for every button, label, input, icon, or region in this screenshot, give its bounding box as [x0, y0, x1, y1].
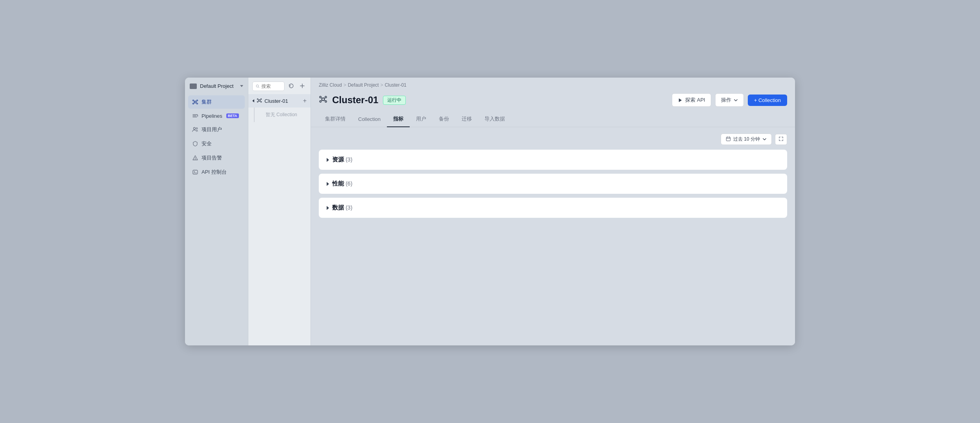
alert-icon: [192, 155, 198, 161]
svg-line-7: [194, 103, 194, 103]
svg-point-22: [257, 101, 258, 102]
metrics-data-count: (3): [346, 204, 352, 211]
tab-migration-label: 迁移: [462, 116, 472, 122]
page-header: Cluster-01 运行中 探索 API 操作 + Collection: [311, 91, 795, 111]
tab-backup[interactable]: 备份: [433, 111, 455, 127]
svg-point-2: [197, 100, 198, 101]
svg-point-11: [196, 128, 198, 129]
page-title: Cluster-01: [332, 95, 378, 106]
metrics-performance-title: 性能 (6): [332, 180, 352, 187]
tab-metrics-label: 指标: [393, 116, 403, 122]
cluster-header-icon: [319, 95, 327, 106]
sidebar-item-clusters[interactable]: 集群: [188, 95, 245, 109]
sidebar-item-project-alerts[interactable]: 项目告警: [188, 151, 245, 165]
ops-label: 操作: [721, 96, 731, 104]
time-selector[interactable]: 过去 10 分钟: [721, 134, 772, 145]
explore-api-button[interactable]: 探索 API: [672, 93, 711, 107]
tab-migration[interactable]: 迁移: [455, 111, 478, 127]
breadcrumb-sep-1: >: [380, 82, 383, 88]
svg-line-35: [321, 100, 322, 100]
svg-point-0: [194, 101, 196, 103]
svg-line-24: [258, 99, 259, 100]
svg-line-33: [321, 98, 322, 98]
mid-panel: Cluster-01 + 暂无 Collection: [248, 78, 311, 345]
breadcrumb-sep-0: >: [344, 82, 346, 88]
tab-users[interactable]: 用户: [410, 111, 433, 127]
metrics-data-title: 数据 (3): [332, 204, 352, 212]
sidebar-item-api-console[interactable]: API 控制台: [188, 165, 245, 179]
svg-rect-38: [726, 137, 730, 141]
header-actions: 探索 API 操作 + Collection: [672, 93, 787, 107]
shield-icon: [192, 141, 198, 147]
console-icon: [192, 169, 198, 175]
add-collection-button[interactable]: + Collection: [748, 95, 787, 106]
tab-import-data[interactable]: 导入数据: [478, 111, 511, 127]
sidebar-item-project-users[interactable]: 项目用户: [188, 123, 245, 136]
search-input[interactable]: [261, 83, 281, 89]
sidebar: Default Project: [185, 78, 248, 345]
chevron-down-ops-icon: [734, 98, 738, 102]
play-icon: [678, 98, 683, 103]
metrics-performance-count: (6): [346, 180, 352, 187]
svg-point-30: [325, 96, 327, 98]
no-collection-text: 暂无 Collection: [254, 108, 311, 122]
cluster-item-icon: [257, 98, 262, 104]
sidebar-label-project-users: 项目用户: [202, 126, 222, 133]
main-content: Zilliz Cloud > Default Project > Cluster…: [311, 78, 795, 345]
svg-line-16: [258, 87, 259, 88]
svg-point-1: [193, 100, 194, 101]
calendar-icon: [726, 136, 731, 143]
svg-line-26: [258, 101, 259, 101]
add-cluster-button[interactable]: [298, 82, 307, 91]
tab-collection[interactable]: Collection: [352, 112, 387, 127]
svg-point-19: [259, 99, 260, 101]
sidebar-label-clusters: 集群: [202, 98, 212, 106]
metrics-resources-header[interactable]: 资源 (3): [319, 150, 787, 170]
project-name: Default Project: [200, 83, 237, 89]
refresh-button[interactable]: [287, 82, 296, 91]
metrics-card-performance: 性能 (6): [319, 174, 787, 194]
svg-marker-37: [679, 98, 682, 102]
svg-point-20: [257, 98, 258, 100]
metrics-performance-header[interactable]: 性能 (6): [319, 174, 787, 194]
collection-label: + Collection: [754, 97, 781, 103]
project-selector[interactable]: Default Project: [185, 78, 248, 94]
metrics-data-header[interactable]: 数据 (3): [319, 198, 787, 218]
svg-point-23: [261, 101, 262, 102]
svg-point-31: [320, 100, 321, 102]
metrics-resources-title: 资源 (3): [332, 156, 352, 163]
metrics-card-data: 数据 (3): [319, 198, 787, 218]
tab-import-data-label: 导入数据: [484, 116, 505, 122]
svg-line-6: [196, 101, 197, 101]
metrics-card-resources: 资源 (3): [319, 150, 787, 170]
ops-button[interactable]: 操作: [715, 93, 744, 107]
sidebar-label-pipelines: Pipelines: [202, 113, 222, 119]
sidebar-item-security[interactable]: 安全: [188, 137, 245, 150]
svg-point-3: [193, 103, 194, 104]
sidebar-label-project-alerts: 项目告警: [202, 154, 222, 161]
svg-line-25: [260, 99, 261, 100]
tab-metrics[interactable]: 指标: [387, 111, 410, 127]
add-collection-icon[interactable]: +: [303, 97, 307, 104]
cluster-item-name: Cluster-01: [264, 98, 301, 104]
svg-line-34: [325, 98, 325, 98]
search-input-wrap[interactable]: [252, 82, 285, 91]
sidebar-label-security: 安全: [202, 140, 212, 147]
sidebar-item-pipelines[interactable]: Pipelines BETA: [188, 109, 245, 122]
svg-line-5: [194, 101, 194, 101]
metrics-resources-count: (3): [346, 156, 352, 163]
folder-icon: [190, 83, 197, 89]
tab-cluster-detail-label: 集群详情: [325, 116, 346, 122]
users-icon: [192, 126, 198, 133]
svg-line-36: [325, 100, 325, 100]
tab-backup-label: 备份: [439, 116, 449, 122]
cluster-list-item[interactable]: Cluster-01 +: [248, 94, 311, 108]
tab-users-label: 用户: [416, 116, 426, 122]
cluster-icon: [192, 99, 198, 105]
tab-cluster-detail[interactable]: 集群详情: [319, 111, 352, 127]
collapse-arrow-resources: [327, 158, 329, 162]
fullscreen-button[interactable]: [775, 134, 787, 145]
svg-point-28: [322, 98, 325, 100]
breadcrumb-item-1: Default Project: [348, 82, 379, 88]
svg-point-10: [194, 128, 196, 130]
